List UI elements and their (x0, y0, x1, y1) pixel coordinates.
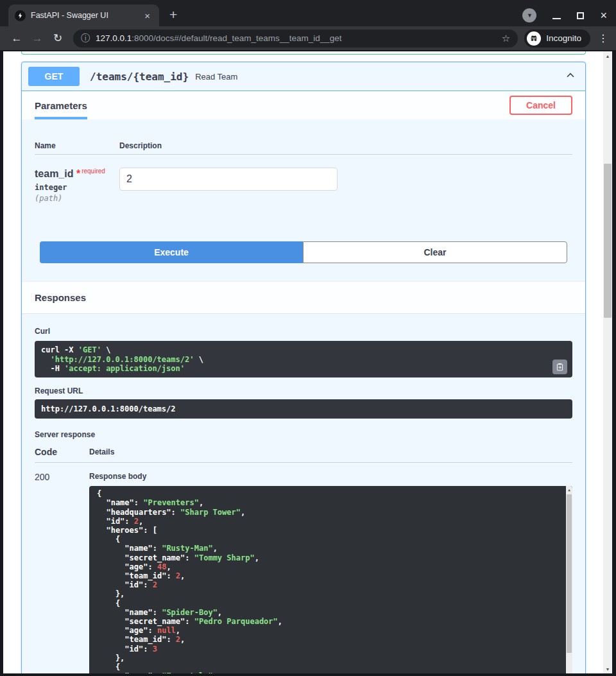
page-frame: GET /teams/{team_id} Read Team Parameter… (0, 50, 616, 676)
execute-button[interactable]: Execute (40, 241, 303, 263)
window-close-button[interactable]: × (600, 12, 607, 19)
incognito-icon (527, 31, 541, 46)
incognito-label: Incognito (546, 33, 581, 43)
tab-parameters[interactable]: Parameters (35, 100, 87, 119)
incognito-badge: Incognito (524, 30, 590, 48)
curl-command-text: curl -X 'GET' \ 'http://127.0.0.1:8000/t… (41, 345, 547, 373)
response-scrollbar[interactable]: ▲ (566, 486, 572, 673)
parameters-header-row: Parameters Cancel (22, 91, 585, 119)
page-scrollbar-thumb[interactable] (604, 164, 612, 318)
url-host: 127.0.0.1 (96, 33, 132, 43)
browser-window: FastAPI - Swagger UI × + ▼ × ← → ↻ ⓘ 127… (0, 0, 616, 676)
back-icon[interactable]: ← (8, 32, 26, 45)
browser-toolbar: ← → ↻ ⓘ 127.0.0.1:8000/docs#/default/rea… (0, 26, 616, 50)
tab-search-icon[interactable]: ▼ (522, 8, 536, 22)
response-body-json: { "name": "Preventers", "headquarters": … (97, 489, 557, 673)
scroll-down-icon[interactable]: ▼ (603, 664, 612, 673)
previous-opblock-edge (21, 51, 586, 55)
parameter-name-cell: team_id *required integer (path) (35, 168, 119, 203)
minimize-button[interactable] (552, 18, 561, 19)
copy-to-clipboard-icon[interactable] (552, 360, 567, 374)
response-details-cell: Response body { "name": "Preventers", "h… (89, 472, 572, 673)
column-details-label: Details (89, 447, 572, 457)
chevron-up-icon[interactable] (565, 69, 576, 83)
required-label: required (81, 168, 105, 175)
request-url-label: Request URL (35, 386, 572, 395)
parameter-name: team_id *required (35, 168, 119, 180)
tab-title: FastAPI - Swagger UI (31, 11, 137, 20)
status-code: 200 (35, 472, 89, 673)
responses-body: Curl curl -X 'GET' \ 'http://127.0.0.1:8… (22, 314, 585, 673)
server-response-row: 200 Response body { "name": "Preventers"… (35, 463, 572, 673)
menu-kebab-icon[interactable]: ⋮ (598, 32, 608, 44)
page-info-icon[interactable]: ⓘ (81, 33, 90, 44)
column-code-label: Code (35, 447, 89, 457)
response-scrollbar-thumb[interactable] (567, 494, 572, 653)
page-scrollbar[interactable]: ▲ ▼ (603, 51, 612, 673)
curl-label: Curl (35, 327, 572, 336)
endpoint-summary: Read Team (195, 72, 237, 82)
endpoint-path: /teams/{team_id} (90, 71, 189, 83)
response-body-label: Response body (89, 472, 572, 481)
team-id-input[interactable] (119, 168, 338, 191)
execute-button-group: Execute Clear (40, 241, 567, 263)
response-body-block: { "name": "Preventers", "headquarters": … (89, 486, 572, 673)
url-text[interactable]: 127.0.0.1:8000/docs#/default/read_team_t… (96, 33, 496, 43)
column-description-label: Description (119, 141, 572, 150)
new-tab-button[interactable]: + (169, 8, 177, 21)
column-name-label: Name (35, 141, 119, 150)
window-controls: ▼ × (522, 8, 607, 22)
url-path: :8000/docs#/default/read_team_teams__tea… (132, 33, 341, 43)
scroll-up-icon[interactable]: ▲ (603, 51, 612, 60)
parameter-location: (path) (35, 194, 119, 203)
fastapi-favicon-icon (15, 10, 26, 21)
parameters-table-head: Name Description (35, 141, 572, 155)
get-opblock: GET /teams/{team_id} Read Team Parameter… (21, 62, 586, 673)
opblock-summary[interactable]: GET /teams/{team_id} Read Team (22, 62, 585, 91)
method-badge: GET (28, 67, 80, 86)
bookmark-star-icon[interactable]: ☆ (502, 33, 510, 44)
tab-close-icon[interactable]: × (142, 10, 153, 22)
forward-icon[interactable]: → (28, 32, 46, 45)
url-bar[interactable]: ⓘ 127.0.0.1:8000/docs#/default/read_team… (73, 30, 518, 48)
server-response-label: Server response (35, 430, 572, 439)
parameter-row: team_id *required integer (path) (35, 155, 572, 203)
server-response-table-head: Code Details (35, 447, 572, 457)
scroll-up-icon[interactable]: ▲ (566, 486, 572, 494)
swagger-page: GET /teams/{team_id} Read Team Parameter… (3, 51, 603, 673)
curl-command-block: curl -X 'GET' \ 'http://127.0.0.1:8000/t… (35, 341, 572, 377)
maximize-button[interactable] (577, 12, 584, 19)
browser-tab[interactable]: FastAPI - Swagger UI × (8, 4, 159, 26)
responses-section-title: Responses (22, 281, 585, 314)
parameter-type: integer (35, 183, 119, 192)
required-star: * (76, 168, 80, 179)
reload-icon[interactable]: ↻ (49, 31, 67, 45)
clear-button[interactable]: Clear (303, 241, 567, 263)
cancel-button[interactable]: Cancel (509, 96, 572, 115)
parameters-table: Name Description team_id *required integ… (22, 119, 585, 281)
request-url-block: http://127.0.0.1:8000/teams/2 (35, 399, 572, 419)
tab-strip: FastAPI - Swagger UI × + ▼ × (0, 0, 616, 26)
parameter-description-cell (119, 168, 572, 203)
